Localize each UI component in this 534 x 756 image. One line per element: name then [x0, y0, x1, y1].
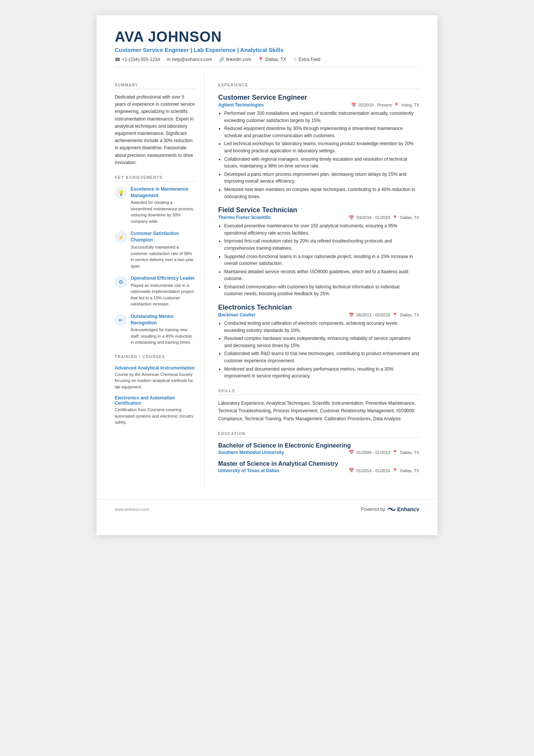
course-2: Electronics and Automation Certification…	[115, 395, 195, 426]
job-2-bullet-5: Enhanced communication with customers by…	[224, 283, 419, 297]
job-1-title: Customer Service Engineer	[218, 94, 419, 102]
left-column: SUMMARY Dedicated professional with over…	[97, 74, 205, 488]
job-3-meta-row: Beckman Coulter 📅 06/2013 - 02/2016 📍 Da…	[218, 312, 419, 318]
job-3-bullet-1: Conducted testing and calibration of ele…	[224, 320, 419, 334]
linkedin-contact: 🔗 linkedin.com	[219, 57, 251, 62]
location-contact: 📍 Dallas, TX	[258, 57, 286, 62]
achievement-2: ⚡ Customer Satisfaction Champion Success…	[115, 230, 195, 269]
course-2-title: Electronics and Automation Certification	[115, 395, 195, 406]
achievement-4-desc: Acknowledged for training new staff, res…	[131, 327, 195, 346]
job-1-meta-row: Agilent Technologies 📅 02/2019 - Present…	[218, 102, 419, 108]
achievement-1: 💡 Excellence in Maintenance Management A…	[115, 186, 195, 225]
achievements-section-title: KEY ACHIEVEMENTS	[115, 175, 195, 182]
achievement-2-title: Customer Satisfaction Champion	[131, 230, 195, 243]
job-1-bullet-5: Developed a parts return process improve…	[224, 171, 419, 185]
edu-2-location: Dallas, TX	[400, 468, 419, 473]
job-3-company: Beckman Coulter	[218, 312, 256, 318]
job-1-dates: 02/2019 - Present	[359, 103, 392, 107]
skills-section-title: SKILLS	[218, 389, 419, 395]
pin-icon-edu2: 📍	[392, 468, 398, 473]
location-icon: 📍	[258, 57, 264, 62]
course-1: Advanced Analytical Instrumentation Cour…	[115, 365, 195, 390]
edu-2-school: University of Texas at Dallas	[218, 468, 279, 473]
linkedin-text: linkedin.com	[226, 57, 251, 62]
summary-section-title: SUMMARY	[115, 83, 195, 89]
contact-row: ☎ +1-(234)-555-1234 ✉ help@enhancv.com 🔗…	[115, 57, 419, 62]
job-3-bullet-3: Collaborated with R&D teams to trial new…	[224, 350, 419, 364]
skills-text: Laboratory Experience, Analytical Techni…	[218, 399, 419, 423]
achievement-3-title: Operational Efficiency Leader	[131, 275, 195, 282]
edu-1-meta-row: Southern Methodist University 📅 01/2009 …	[218, 450, 419, 455]
edu-1-degree: Bachelor of Science in Electronic Engine…	[218, 442, 419, 449]
edu-2-dates: 01/2014 - 01/2016	[356, 468, 390, 473]
svg-point-0	[390, 508, 392, 510]
edu-1-dates: 01/2009 - 01/2013	[356, 450, 390, 455]
extra-contact: ☆ Extra Field	[293, 57, 320, 62]
job-2-company: Thermo Fisher Scientific	[218, 215, 271, 220]
edu-2-degree: Master of Science in Analytical Chemistr…	[218, 460, 419, 467]
email-contact: ✉ help@enhancv.com	[167, 57, 212, 62]
job-2-bullet-4: Maintained detailed service records with…	[224, 268, 419, 282]
job-2-meta-row: Thermo Fisher Scientific 📅 03/2016 - 01/…	[218, 215, 419, 220]
achievement-4-title: Outstanding Mentor Recognition	[131, 313, 195, 326]
main-content: SUMMARY Dedicated professional with over…	[97, 74, 437, 488]
pin-icon-2: 📍	[392, 215, 398, 220]
job-1-meta: 📅 02/2019 - Present 📍 Irving, TX	[351, 103, 419, 108]
edu-1-location: Dallas, TX	[400, 450, 419, 455]
job-2-title: Field Service Technician	[218, 206, 419, 214]
course-1-desc: Course by the American Chemical Society …	[115, 371, 195, 390]
edu-2-meta: 📅 01/2014 - 01/2016 📍 Dallas, TX	[349, 468, 419, 473]
edu-1: Bachelor of Science in Electronic Engine…	[218, 442, 419, 455]
job-1-location: Irving, TX	[401, 103, 419, 107]
job-2-dates: 03/2016 - 01/2019	[356, 215, 390, 220]
resume-page: AVA JOHNSON Customer Service Engineer | …	[97, 15, 437, 535]
job-3-dates: 06/2013 - 02/2016	[356, 313, 390, 317]
course-2-desc: Certification from Coursera covering aut…	[115, 407, 195, 426]
right-column: EXPERIENCE Customer Service Engineer Agi…	[205, 74, 437, 488]
calendar-icon-edu2: 📅	[349, 468, 354, 473]
edu-1-school: Southern Methodist University	[218, 450, 284, 455]
experience-section-title: EXPERIENCE	[218, 83, 419, 89]
location-text: Dallas, TX	[265, 57, 286, 62]
enhancv-logo-icon	[387, 506, 396, 512]
job-2-bullets: Executed preventive maintenance for over…	[218, 222, 419, 297]
achievement-3-icon: ⚙	[115, 276, 127, 288]
education-section-title: EDUCATION	[218, 432, 419, 438]
calendar-icon-2: 📅	[349, 215, 354, 220]
achievement-3-desc: Played an instrumental role in a nationw…	[131, 282, 195, 307]
candidate-tagline: Customer Service Engineer | Lab Experien…	[115, 47, 419, 53]
achievement-4: ✏ Outstanding Mentor Recognition Acknowl…	[115, 313, 195, 346]
achievement-1-desc: Awarded for creating a streamlined maint…	[131, 199, 195, 224]
job-3-bullet-4: Monitored and documented service deliver…	[224, 366, 419, 380]
star-icon: ☆	[293, 57, 297, 62]
job-3-title: Electronics Technician	[218, 304, 419, 311]
job-1-company: Agilent Technologies	[218, 102, 264, 108]
job-2-bullet-1: Executed preventive maintenance for over…	[224, 222, 419, 236]
achievement-4-icon: ✏	[115, 314, 127, 326]
achievement-1-icon: 💡	[115, 187, 127, 199]
edu-1-meta: 📅 01/2009 - 01/2013 📍 Dallas, TX	[349, 450, 419, 455]
achievement-2-desc: Successfully maintained a customer satis…	[131, 244, 195, 269]
footer: www.enhancv.com Powered by Enhancv	[97, 499, 437, 512]
job-2-bullet-2: Improved first-call resolution rates by …	[224, 238, 419, 252]
achievement-3: ⚙ Operational Efficiency Leader Played a…	[115, 275, 195, 307]
enhancv-logo: Enhancv	[387, 506, 419, 512]
link-icon: 🔗	[219, 57, 225, 62]
job-1-bullet-2: Reduced equipment downtime by 30% throug…	[224, 125, 419, 139]
job-3-meta: 📅 06/2013 - 02/2016 📍 Dallas, TX	[349, 313, 419, 318]
achievement-2-icon: ⚡	[115, 231, 127, 243]
courses-section-title: TRAINING / COURSES	[115, 355, 195, 361]
calendar-icon-1: 📅	[351, 103, 356, 108]
candidate-name: AVA JOHNSON	[115, 29, 419, 45]
job-3-bullet-2: Resolved complex hardware issues indepen…	[224, 335, 419, 349]
job-1-bullet-4: Collaborated with regional managers, ens…	[224, 156, 419, 170]
phone-text: +1-(234)-555-1234	[122, 57, 160, 62]
calendar-icon-edu1: 📅	[349, 450, 354, 455]
job-1-bullet-1: Performed over 200 installations and rep…	[224, 110, 419, 124]
header: AVA JOHNSON Customer Service Engineer | …	[97, 15, 437, 74]
edu-2: Master of Science in Analytical Chemistr…	[218, 460, 419, 473]
job-2-bullet-3: Supported cross-functional teams in a ma…	[224, 253, 419, 267]
extra-text: Extra Field	[299, 57, 320, 62]
phone-contact: ☎ +1-(234)-555-1234	[115, 57, 160, 62]
header-divider	[115, 67, 419, 67]
